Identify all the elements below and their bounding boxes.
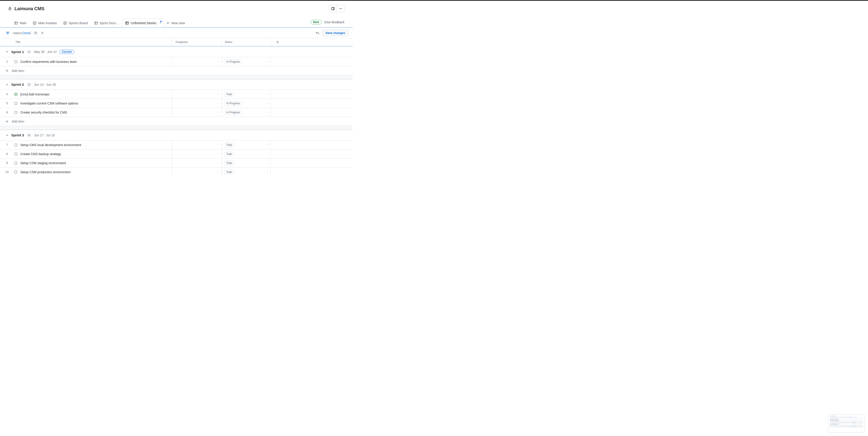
svg-rect-1 [332, 7, 335, 10]
lock-icon [8, 7, 12, 10]
chevron-down-icon [266, 162, 268, 164]
beta-badge: Beta [311, 20, 321, 24]
chevron-down-icon [217, 102, 219, 105]
issue-draft-icon [14, 143, 18, 147]
chevron-down-icon [217, 61, 219, 63]
view-tab[interactable]: Main Kanban [30, 19, 60, 27]
status-badge: In Progress [224, 101, 243, 106]
svg-point-39 [14, 144, 17, 146]
tab-label: Sprint Grou… [100, 21, 119, 25]
assignees-cell[interactable] [172, 168, 221, 176]
issue-title[interactable]: Setup CSM production environment [20, 170, 70, 174]
collapse-toggle[interactable] [5, 83, 8, 86]
plus-icon [166, 22, 169, 25]
plus-icon [5, 120, 8, 123]
table-row[interactable]: 6Create security checklist for CMSIn Pro… [0, 108, 352, 117]
status-cell[interactable]: Todo [221, 158, 271, 167]
assignees-cell[interactable] [172, 99, 221, 108]
filter-value: Done [23, 31, 30, 35]
save-changes-button[interactable]: Save changes [322, 30, 348, 36]
add-item-button[interactable]: Add item [0, 117, 352, 126]
chevron-down-icon [266, 111, 268, 114]
row-number: 8 [0, 152, 14, 155]
issue-title[interactable]: Setup CMS local development environment [20, 143, 81, 147]
table-row[interactable]: 10Setup CSM production environmentTodo [0, 167, 352, 176]
svg-point-34 [16, 94, 16, 95]
view-tab[interactable]: Sprint Grou… [92, 19, 123, 27]
new-view-button[interactable]: New view [164, 19, 188, 27]
svg-point-5 [341, 8, 342, 9]
svg-point-36 [14, 111, 17, 114]
chevron-down-icon [266, 171, 268, 173]
filter-input[interactable]: -status:Done [12, 31, 31, 35]
column-header-title[interactable]: Title [14, 38, 172, 46]
group-title: Sprint 1 [11, 50, 24, 54]
status-badge: In Progress [224, 110, 243, 115]
collapse-toggle[interactable] [5, 50, 8, 53]
plus-icon [5, 69, 8, 72]
view-tab[interactable]: Main [12, 19, 30, 27]
table-layout-icon [14, 21, 18, 25]
row-number: 9 [0, 161, 14, 165]
table-row[interactable]: 2Confirm requirments with business teamI… [0, 57, 352, 66]
clear-filter-button[interactable] [41, 31, 44, 35]
issue-title[interactable]: Confirm requirments with business team [20, 60, 77, 63]
chevron-down-icon [217, 171, 219, 173]
table-row[interactable]: 5Investigate current CSM software option… [0, 98, 352, 108]
chevron-down-icon [266, 93, 268, 95]
status-cell[interactable]: In Progress [221, 57, 271, 66]
assignees-cell[interactable] [172, 90, 221, 98]
issue-title[interactable]: Setup CSM staging environment [20, 161, 66, 165]
view-tab[interactable]: Unfinished Stories [123, 19, 163, 27]
chevron-down-icon [266, 144, 268, 146]
table-row[interactable]: 7Setup CMS local development environment… [0, 140, 352, 149]
assignees-cell[interactable] [172, 108, 221, 117]
group-count: 3 [27, 83, 31, 86]
issue-title[interactable]: [cms] Add monorepo [20, 92, 49, 96]
give-feedback-link[interactable]: Give feedback [324, 20, 345, 24]
group-count: 1 [27, 50, 31, 54]
filter-result-count: 8 [33, 31, 38, 35]
table-row[interactable]: 4[cms] Add monorepoTodo [0, 90, 352, 98]
collapse-toggle[interactable] [5, 134, 8, 137]
issue-title[interactable]: Investigate current CSM software options [20, 101, 78, 105]
chevron-down-icon [217, 144, 219, 146]
views-tabs: MainMain KanbanSprints BoardSprint Grou…… [0, 18, 352, 27]
svg-rect-18 [126, 22, 129, 24]
svg-rect-0 [9, 8, 11, 10]
status-badge: Todo [224, 161, 235, 165]
issue-title[interactable]: Create security checklist for CMS [20, 111, 67, 114]
chevron-down-icon [217, 153, 219, 155]
status-cell[interactable]: Todo [221, 90, 271, 98]
assignees-cell[interactable] [172, 57, 221, 66]
column-header-assignees[interactable]: Assignees [172, 38, 221, 46]
filter-icon[interactable] [6, 31, 9, 35]
status-badge: Todo [224, 170, 235, 174]
board-layout-icon [33, 21, 36, 25]
insights-panel-button[interactable] [329, 5, 337, 12]
assignees-cell[interactable] [172, 158, 221, 167]
table-row[interactable]: 8Create CMS backup strategyTodo [0, 149, 352, 158]
assignees-cell[interactable] [172, 149, 221, 158]
issue-title[interactable]: Create CMS backup strategy [20, 152, 61, 156]
discard-changes-button[interactable] [316, 31, 319, 35]
sprint-group: Sprint 11May 30 - Jun 12Current2Confirm … [0, 46, 352, 75]
add-item-button[interactable]: Add item [0, 66, 352, 75]
view-tab[interactable]: Sprints Board [61, 19, 91, 27]
column-header-status[interactable]: Status [221, 38, 271, 46]
add-column-button[interactable] [271, 38, 284, 46]
status-cell[interactable]: Todo [221, 149, 271, 158]
table-row[interactable]: 9Setup CSM staging environmentTodo [0, 158, 352, 167]
more-menu-button[interactable] [337, 5, 344, 12]
group-dates: May 30 - Jun 12 [34, 50, 57, 54]
status-cell[interactable]: In Progress [221, 108, 271, 117]
sprint-group: Sprint 23Jun 13 - Jun 264[cms] Add monor… [0, 79, 352, 126]
status-cell[interactable]: In Progress [221, 99, 271, 108]
assignees-cell[interactable] [172, 140, 221, 149]
unsaved-indicator [160, 21, 162, 22]
row-number: 4 [0, 92, 14, 96]
status-cell[interactable]: Todo [221, 140, 271, 149]
tab-options-button[interactable] [159, 21, 161, 25]
status-cell[interactable]: Todo [221, 168, 271, 176]
issue-draft-icon [14, 60, 18, 63]
